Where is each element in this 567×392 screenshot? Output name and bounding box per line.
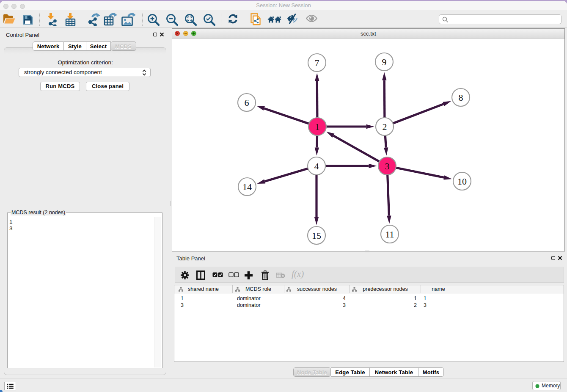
svg-text:1: 1 — [315, 121, 320, 132]
svg-text:14: 14 — [242, 182, 252, 192]
svg-text:9: 9 — [382, 57, 387, 67]
svg-text:10: 10 — [457, 176, 467, 187]
svg-text:11: 11 — [385, 229, 394, 240]
svg-text:6: 6 — [245, 97, 249, 108]
svg-text:2: 2 — [383, 121, 387, 132]
svg-text:3: 3 — [385, 161, 390, 171]
svg-text:7: 7 — [315, 58, 319, 68]
svg-text:4: 4 — [314, 161, 319, 171]
svg-text:8: 8 — [459, 92, 463, 103]
svg-text:15: 15 — [312, 230, 321, 241]
